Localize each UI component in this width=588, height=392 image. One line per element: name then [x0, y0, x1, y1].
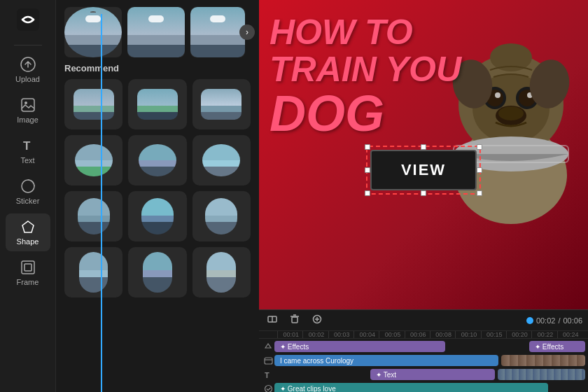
ruler-mark-12: 00:24	[557, 331, 582, 338]
effects-label-left: ✦ Effects	[280, 343, 309, 351]
time-separator: /	[558, 316, 560, 325]
shape-thumb-r1c1[interactable]	[64, 79, 122, 130]
svg-text:T: T	[23, 139, 31, 153]
sidebar-item-text[interactable]: T Text	[6, 132, 50, 170]
timeline: 00:02 / 00:06 00:01 00:02 00:03 00:04 00…	[259, 309, 588, 392]
track-curology: I came across Curology	[259, 354, 588, 367]
text-track-icon: T	[262, 368, 274, 381]
great-clips-bar[interactable]: ✦ Great clips love	[274, 383, 548, 392]
headline2: TRAIN YOU	[270, 51, 461, 88]
svg-rect-32	[265, 358, 272, 364]
svg-point-18	[498, 106, 524, 120]
shape-thumb-r2c1[interactable]	[64, 135, 122, 186]
ruler-mark-6: 00:06	[405, 331, 430, 338]
shape-thumb-r3c2[interactable]	[128, 191, 186, 241]
handle-mr[interactable]	[477, 167, 482, 173]
handle-tl[interactable]	[365, 144, 370, 150]
timeline-add-icon[interactable]	[309, 313, 325, 328]
curology-bar[interactable]: I came across Curology	[274, 355, 498, 366]
timeline-delete-icon[interactable]	[287, 313, 302, 328]
upload-label: Upload	[15, 75, 40, 83]
handle-bm[interactable]	[421, 190, 426, 196]
shape-thumb-r4c3[interactable]	[192, 247, 251, 298]
sticker-label: Sticker	[16, 197, 40, 205]
selection-box: VIEW	[366, 146, 481, 195]
canvas-headline: HOW TO TRAIN YOU DOG	[270, 14, 461, 141]
view-button[interactable]: VIEW	[370, 150, 477, 190]
handle-ml[interactable]	[365, 167, 370, 173]
handle-tr[interactable]	[477, 144, 482, 150]
curology-icon	[262, 354, 274, 367]
track-effects: ✦ Effects ✦ Effects	[259, 340, 588, 353]
text-label: Text	[20, 156, 34, 164]
effects-bar-left[interactable]: ✦ Effects	[274, 341, 445, 352]
sidebar-item-image[interactable]: Image	[6, 92, 50, 130]
sidebar-item-upload[interactable]: Upload	[6, 51, 50, 89]
svg-point-34	[265, 385, 272, 392]
dog-strip[interactable]	[498, 369, 585, 380]
recommend-grid	[64, 79, 251, 298]
panel-scroll[interactable]: › Recommend	[56, 0, 259, 392]
svg-point-15	[495, 92, 500, 98]
thumb-1[interactable]	[64, 7, 122, 57]
track-text: T ✦ Text	[259, 368, 588, 381]
ruler-mark-7: 00:08	[430, 331, 455, 338]
recommend-label: Recommend	[64, 63, 251, 74]
ruler-mark-5: 00:05	[379, 331, 404, 338]
svg-rect-26	[292, 317, 298, 323]
shape-thumb-r3c1[interactable]	[64, 191, 122, 241]
sidebar-item-sticker[interactable]: Sticker	[6, 173, 50, 211]
shape-thumb-r1c2[interactable]	[128, 79, 186, 130]
effects-bar-right[interactable]: ✦ Effects	[529, 341, 585, 352]
ruler-mark-2: 00:02	[302, 331, 328, 338]
upload-icon	[20, 57, 36, 72]
shape-thumb-r2c3[interactable]	[192, 135, 251, 186]
text-bar[interactable]: ✦ Text	[370, 369, 495, 380]
shape-thumb-r2c2[interactable]	[128, 135, 186, 186]
svg-text:T: T	[265, 371, 270, 379]
handle-bl[interactable]	[365, 190, 370, 196]
shape-label: Shape	[17, 237, 39, 246]
svg-rect-0	[17, 8, 39, 31]
shape-icon	[20, 219, 36, 234]
handle-tm[interactable]	[421, 144, 426, 150]
timeline-split-icon[interactable]	[265, 313, 280, 328]
curology-video-strip[interactable]	[501, 355, 585, 366]
canvas-area: HOW TO TRAIN YOU DOG VIEW	[259, 0, 588, 309]
great-clips-area: ✦ Great clips love	[274, 383, 585, 392]
text-track-area: ✦ Text	[274, 369, 585, 380]
time-current: 00:02	[536, 316, 556, 325]
ruler-mark-10: 00:20	[506, 331, 531, 338]
shape-thumb-r1c3[interactable]	[192, 79, 251, 130]
ruler-marks: 00:01 00:02 00:03 00:04 00:05 00:06 00:0…	[277, 331, 582, 338]
track-great-clips: ✦ Great clips love	[259, 382, 588, 392]
time-total: 00:06	[563, 316, 582, 325]
ruler-mark-8: 00:10	[455, 331, 480, 338]
svg-rect-2	[22, 99, 34, 111]
timeline-toolbar: 00:02 / 00:06	[259, 310, 588, 331]
sticker-icon	[20, 178, 36, 194]
next-button[interactable]: ›	[239, 24, 255, 40]
sidebar-item-frame[interactable]: Frame	[6, 254, 50, 292]
image-label: Image	[17, 115, 38, 124]
great-clips-icon	[262, 382, 274, 392]
thumb-3[interactable]	[190, 7, 245, 57]
view-button-container: VIEW	[366, 146, 481, 195]
timeline-ruler: 00:01 00:02 00:03 00:04 00:05 00:06 00:0…	[259, 331, 588, 339]
sidebar-divider	[14, 45, 42, 46]
top-thumbnail-row: ›	[64, 7, 251, 57]
ruler-mark-3: 00:03	[328, 331, 354, 338]
svg-rect-7	[24, 264, 31, 271]
thumb-2[interactable]	[127, 7, 185, 57]
text-label: ✦ Text	[376, 371, 396, 379]
frame-label: Frame	[17, 278, 39, 286]
main-area: HOW TO TRAIN YOU DOG VIEW	[259, 0, 588, 392]
app-logo[interactable]	[17, 8, 39, 34]
effects-label-right: ✦ Effects	[535, 343, 564, 351]
handle-br[interactable]	[477, 190, 482, 196]
shape-thumb-r4c1[interactable]	[64, 247, 122, 298]
timeline-time: 00:02 / 00:06	[526, 316, 582, 325]
shape-thumb-r4c2[interactable]	[128, 247, 186, 298]
shape-thumb-r3c3[interactable]	[192, 191, 251, 241]
sidebar-item-shape[interactable]: Shape	[6, 214, 50, 251]
